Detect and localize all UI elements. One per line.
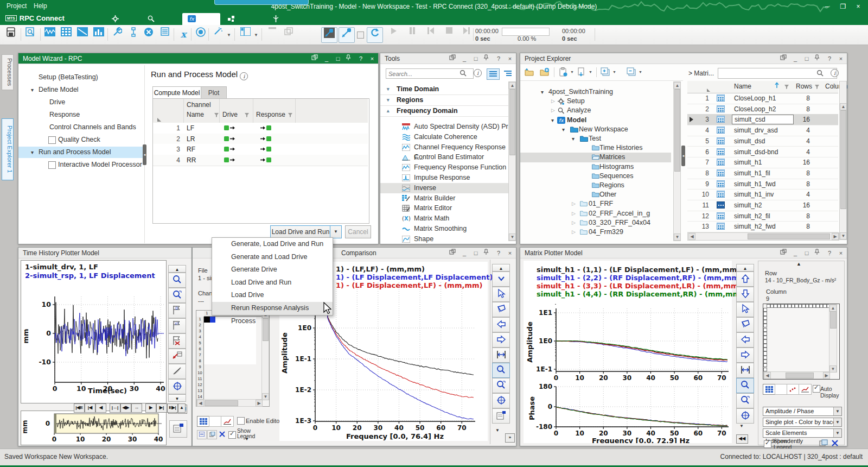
pan-btn-button[interactable]: ◀▶ bbox=[120, 403, 131, 413]
tool-item-shape[interactable]: Shape bbox=[380, 234, 516, 244]
step-back-icon[interactable] bbox=[423, 27, 438, 42]
matrix-row-CloseLoop_h1[interactable]: 1 CloseLoop_h18 bbox=[687, 93, 838, 104]
clear-plot-icon[interactable] bbox=[831, 439, 839, 447]
scale-mode-select[interactable]: Scale Elements Independently▼ bbox=[763, 428, 842, 438]
list-icon[interactable] bbox=[157, 27, 173, 42]
expand-arrow-icon[interactable]: ▷ bbox=[572, 218, 576, 228]
pause-icon[interactable] bbox=[405, 27, 420, 42]
element-row-cell[interactable] bbox=[763, 363, 767, 367]
zoom-icon[interactable] bbox=[736, 378, 754, 393]
pan-btn-button[interactable]: ▶ bbox=[145, 403, 156, 413]
select-cursor-icon[interactable] bbox=[492, 287, 510, 302]
minimize-icon[interactable]: _ bbox=[323, 54, 330, 63]
help-icon[interactable]: ? bbox=[826, 54, 833, 63]
element-row-cell[interactable] bbox=[763, 344, 767, 348]
tool-item-control-band-estimator[interactable]: Control Band Estimator bbox=[380, 152, 516, 162]
tree-item-histograms[interactable]: Histograms bbox=[520, 162, 671, 172]
add-item-icon[interactable] bbox=[540, 67, 550, 77]
loop-icon[interactable] bbox=[367, 27, 383, 43]
channel-row-LR[interactable]: 2 LR bbox=[153, 134, 368, 145]
matrix-row-simult_h1_inv[interactable]: 10 simult_h1_inv4 bbox=[687, 189, 838, 200]
tools-header[interactable]: Tools_□?× bbox=[380, 53, 516, 64]
export-item-icon[interactable] bbox=[577, 67, 586, 77]
collapse-panel-button[interactable]: ◀◀ bbox=[736, 434, 748, 444]
print-preview-icon[interactable] bbox=[23, 27, 38, 42]
tools-section-frequency-domain[interactable]: ▴Frequency Domain bbox=[380, 105, 516, 117]
search-icon[interactable] bbox=[459, 70, 467, 77]
pan-btn-button[interactable]: |↔| bbox=[110, 403, 120, 413]
expand-arrow-icon[interactable]: ▷ bbox=[551, 97, 555, 106]
matrix-row-simult_drv_asd[interactable]: 4 simult_drv_asd4 bbox=[687, 125, 838, 136]
tree-item-sequences[interactable]: Sequences bbox=[520, 172, 671, 181]
enable-editor-checkbox[interactable] bbox=[237, 417, 245, 425]
scroll-down-icon[interactable]: ▼ bbox=[168, 394, 186, 402]
model-wizard-header[interactable]: Model Wizard - RPC _□?× bbox=[18, 53, 378, 64]
search-icon[interactable] bbox=[816, 70, 824, 77]
help-icon[interactable]: ? bbox=[357, 54, 365, 63]
zoom-region-icon[interactable] bbox=[492, 378, 510, 393]
clear-all-icon[interactable] bbox=[209, 416, 222, 427]
save-icon[interactable] bbox=[3, 27, 18, 42]
pan-btn-button[interactable]: |◀ bbox=[85, 403, 95, 413]
connect-icon[interactable] bbox=[321, 27, 337, 43]
histogram-icon[interactable] bbox=[91, 27, 106, 42]
tree-item-setup[interactable]: ▷Setup bbox=[520, 97, 671, 106]
fit-width-icon[interactable] bbox=[492, 348, 510, 363]
collapse-arrow-icon[interactable]: ▾ bbox=[31, 147, 34, 158]
matrix-row-simult_h2_fwd[interactable]: 13 simult_h2_fwd8 bbox=[687, 221, 838, 232]
collapse-up-icon[interactable]: ▲ bbox=[796, 261, 801, 267]
maximize-icon[interactable]: □ bbox=[334, 54, 342, 63]
scroll-down-icon[interactable]: ▼ bbox=[739, 424, 744, 428]
explorer-splitter-handle[interactable]: ◂ bbox=[681, 146, 685, 166]
disconnect-icon[interactable] bbox=[339, 27, 355, 43]
record-icon[interactable] bbox=[193, 27, 208, 42]
tree-item-02-frf-accel-in-g[interactable]: ▷02_FRF_Accel_in_g bbox=[520, 209, 671, 218]
sort-ascending-icon[interactable] bbox=[774, 82, 780, 89]
paste-icon[interactable] bbox=[558, 67, 568, 77]
cursor-values-icon[interactable] bbox=[168, 349, 186, 364]
element-row-cell[interactable] bbox=[763, 356, 767, 359]
float-window-icon[interactable] bbox=[449, 54, 457, 63]
filter-icon[interactable] bbox=[288, 112, 293, 119]
tool-item-matrix-math[interactable]: (X)Matrix Math bbox=[380, 213, 516, 224]
duplicate-view-icon[interactable] bbox=[281, 27, 296, 42]
ribbon-tab-analyze[interactable]: Analyze bbox=[142, 13, 180, 25]
wizard-nav-setup-(betatesting)[interactable]: Setup (BetaTesting) bbox=[18, 72, 143, 83]
float-window-icon[interactable] bbox=[449, 249, 457, 257]
element-row-cell[interactable] bbox=[763, 339, 767, 343]
tool-item-matrix-builder[interactable]: Matrix Builder bbox=[380, 193, 516, 204]
float-window-icon[interactable] bbox=[780, 249, 788, 257]
project-explorer-header[interactable]: Project Explorer_□?× bbox=[520, 53, 847, 64]
expand-arrow-icon[interactable]: ▷ bbox=[572, 209, 576, 218]
close-icon[interactable]: × bbox=[837, 54, 845, 63]
tools-scrollbar[interactable]: ▲▼ bbox=[508, 81, 516, 241]
lasso-select-icon[interactable] bbox=[736, 317, 754, 332]
step-forward-icon[interactable] bbox=[459, 27, 474, 42]
menu-help[interactable]: Help bbox=[34, 2, 47, 10]
dropdown-caret-icon[interactable]: ▼ bbox=[589, 70, 592, 74]
dropdown-caret-icon[interactable]: ▼ bbox=[612, 70, 616, 74]
cancel-button[interactable]: Cancel bbox=[345, 225, 371, 238]
scroll-up-icon[interactable]: ▲ bbox=[736, 264, 754, 272]
expand-button[interactable]: ▲ bbox=[178, 403, 186, 413]
function-x-icon[interactable]: x bbox=[176, 27, 191, 42]
selected-cell-black[interactable] bbox=[204, 317, 210, 323]
wizard-nav-drive[interactable]: Drive bbox=[18, 97, 143, 108]
expand-arrow-icon[interactable]: ▷ bbox=[551, 106, 555, 115]
wizard-nav-response[interactable]: Response bbox=[18, 109, 143, 121]
float-window-icon[interactable] bbox=[311, 54, 319, 63]
filter-icon[interactable] bbox=[244, 112, 250, 119]
fit-width-icon[interactable] bbox=[736, 363, 754, 378]
help-icon[interactable]: ? bbox=[495, 54, 502, 63]
tree-item-03-320-frf-04x04[interactable]: ▷03_320_FRF_04x04 bbox=[520, 218, 671, 228]
channel-row-RF[interactable]: 3 RF bbox=[153, 144, 368, 155]
expand-arrow-icon[interactable]: ▷ bbox=[572, 199, 576, 209]
expand-panel-button[interactable]: » bbox=[505, 433, 515, 443]
wizard-nav-control-channels-and-bands[interactable]: Control Channels and Bands bbox=[18, 122, 143, 133]
matrix-row-simult_h1_fil[interactable]: 8 simult_h1_fil8 bbox=[687, 168, 838, 179]
tree-item-04-frm329[interactable]: ▷04_Frm329 bbox=[520, 228, 671, 237]
fill-all-icon[interactable] bbox=[197, 416, 210, 427]
help-icon[interactable]: ? bbox=[826, 249, 833, 257]
element-row-cell[interactable] bbox=[763, 332, 767, 336]
element-row-cell[interactable] bbox=[763, 368, 767, 371]
